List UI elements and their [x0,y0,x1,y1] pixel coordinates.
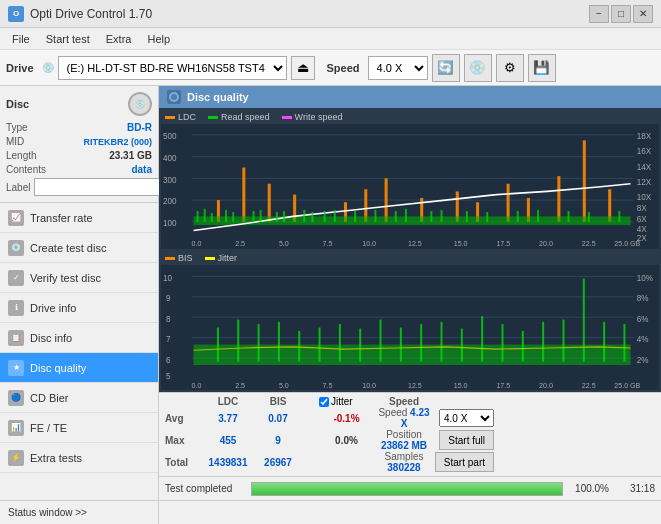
disc-quality-header-icon [167,90,181,104]
svg-rect-58 [303,210,305,222]
app-title: Opti Drive Control 1.70 [30,7,152,21]
sidebar-item-drive-info[interactable]: ℹ Drive info [0,293,158,323]
svg-rect-62 [354,211,356,222]
menu-file[interactable]: File [4,31,38,47]
legend-jitter: Jitter [205,253,238,263]
chart2-legend: BIS Jitter [161,251,659,265]
svg-text:400: 400 [163,153,177,163]
drive-selector[interactable]: (E:) HL-DT-ST BD-RE WH16NS58 TST4 [58,56,287,80]
legend-bis: BIS [165,253,193,263]
sidebar-item-cd-bier[interactable]: 🔵 CD Bier [0,383,158,413]
svg-text:0.0: 0.0 [191,239,201,248]
svg-text:100: 100 [163,218,177,228]
svg-rect-34 [242,167,245,221]
app-icon: O [8,6,24,22]
jitter-checkbox-label[interactable]: Jitter [319,396,374,407]
charts-container: LDC Read speed Write speed [159,108,661,392]
svg-rect-53 [232,212,234,222]
svg-text:22.5: 22.5 [582,380,596,389]
main-layout: Disc 💿 Type BD-R MID RITEKBR2 (000) Leng… [0,86,661,500]
svg-text:15.0: 15.0 [454,239,468,248]
disc-panel-title: Disc [6,98,29,110]
save-button[interactable]: 💾 [528,54,556,82]
disc-quality-icon: ★ [8,360,24,376]
speed-selector[interactable]: 4.0 X 1.0 X 2.0 X 6.0 X 8.0 X [368,56,428,80]
svg-rect-39 [385,178,388,221]
settings-button[interactable]: ⚙ [496,54,524,82]
progress-bar-fill [252,483,562,495]
eject-button[interactable]: ⏏ [291,56,315,80]
legend-bis-color [165,257,175,260]
nav-label-cd-bier: CD Bier [30,392,69,404]
speed-label: Speed [327,62,360,74]
progress-bar [251,482,563,496]
contents-value: data [131,164,152,175]
svg-text:16X: 16X [637,146,652,156]
svg-text:17.5: 17.5 [496,239,510,248]
svg-text:12X: 12X [637,177,652,187]
svg-rect-61 [334,210,336,222]
sidebar-item-verify-test-disc[interactable]: ✓ Verify test disc [0,263,158,293]
samples-label: Samples [385,451,424,462]
svg-rect-74 [618,211,620,222]
sidebar-item-transfer-rate[interactable]: 📈 Transfer rate [0,203,158,233]
chart2-svg: 10 9 8 7 6 5 10% 8% 6% 4% 2% 0.0 [161,265,659,390]
svg-rect-52 [225,210,227,222]
svg-text:2.5: 2.5 [235,380,245,389]
nav-label-verify-test-disc: Verify test disc [30,272,101,284]
title-bar: O Opti Drive Control 1.70 − □ ✕ [0,0,661,28]
svg-text:6X: 6X [637,214,647,224]
svg-text:10%: 10% [637,272,654,283]
svg-text:8: 8 [166,313,171,324]
svg-rect-118 [501,324,503,362]
legend-write-color [282,116,292,119]
sidebar-item-extra-tests[interactable]: ⚡ Extra tests [0,443,158,473]
menu-help[interactable]: Help [139,31,178,47]
progress-bar-container: Test completed 100.0% 31:18 [159,476,661,500]
start-full-button[interactable]: Start full [439,430,494,450]
svg-text:12.5: 12.5 [408,380,422,389]
svg-rect-63 [374,210,376,222]
contents-label: Contents [6,164,46,175]
verify-test-disc-icon: ✓ [8,270,24,286]
sidebar-item-disc-info[interactable]: 📋 Disc info [0,323,158,353]
max-bis: 9 [253,429,303,451]
legend-write: Write speed [282,112,343,122]
jitter-checkbox[interactable] [319,397,329,407]
start-part-button[interactable]: Start part [435,452,494,472]
svg-rect-73 [588,212,590,222]
sidebar-item-create-test-disc[interactable]: 💿 Create test disc [0,233,158,263]
content-area: Disc quality LDC Read speed [159,86,661,500]
legend-write-label: Write speed [295,112,343,122]
status-window-button[interactable]: Status window >> [0,501,159,524]
sidebar-item-fe-te[interactable]: 📊 FE / TE [0,413,158,443]
svg-rect-35 [268,184,271,222]
minimize-button[interactable]: − [589,5,609,23]
speed-dropdown[interactable]: 4.0 X 1.0 X 2.0 X [439,409,494,427]
svg-text:7.5: 7.5 [323,380,333,389]
legend-ldc-label: LDC [178,112,196,122]
disc-info-panel: Disc 💿 Type BD-R MID RITEKBR2 (000) Leng… [0,86,158,203]
total-ldc: 1439831 [203,451,253,473]
svg-text:20.0: 20.0 [539,239,553,248]
max-ldc: 455 [203,429,253,451]
svg-rect-54 [252,211,254,222]
legend-ldc: LDC [165,112,196,122]
svg-rect-114 [420,324,422,362]
svg-text:25.0 GB: 25.0 GB [614,380,640,389]
drive-info-icon: ℹ [8,300,24,316]
refresh-button[interactable]: 🔄 [432,54,460,82]
close-button[interactable]: ✕ [633,5,653,23]
menu-extra[interactable]: Extra [98,31,140,47]
sidebar-item-disc-quality[interactable]: ★ Disc quality [0,353,158,383]
menu-start-test[interactable]: Start test [38,31,98,47]
svg-rect-51 [211,213,213,222]
svg-rect-45 [557,176,560,222]
disc-button[interactable]: 💿 [464,54,492,82]
svg-text:8X: 8X [637,203,647,213]
nav-label-disc-info: Disc info [30,332,72,344]
label-input[interactable] [34,178,167,196]
total-label: Total [165,451,203,473]
disc-info-icon: 📋 [8,330,24,346]
maximize-button[interactable]: □ [611,5,631,23]
